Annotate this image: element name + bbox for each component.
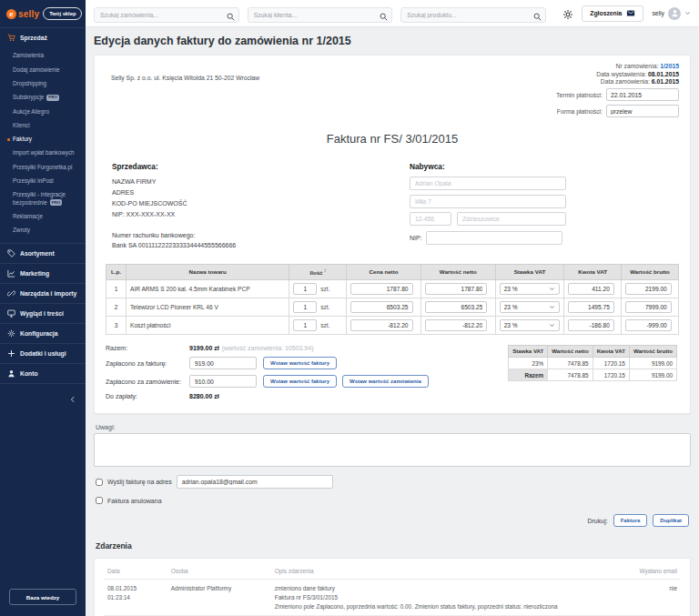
sidebar-section-marketing[interactable]: Marketing xyxy=(0,263,86,283)
item-vat-select[interactable]: 23 % xyxy=(500,319,560,331)
buyer-zip-input[interactable] xyxy=(410,212,451,226)
item-vat-select[interactable]: 23 % xyxy=(500,301,560,313)
sidebar-item-przesyłki-inpost[interactable]: Przesyłki InPost xyxy=(0,175,86,188)
selly-logo-text: selly xyxy=(18,9,39,19)
item-value-net-input[interactable] xyxy=(425,301,487,313)
insert-order-value-button[interactable]: Wstaw wartość zamówienia xyxy=(342,375,429,388)
sidebar-item-dodaj-zamówienie[interactable]: Dodaj zamówienie xyxy=(0,63,86,76)
plus-icon xyxy=(7,349,15,358)
sidebar-item-import-wpłat-bankowych[interactable]: Import wpłat bankowych xyxy=(0,146,86,160)
sidebar-item-faktury[interactable]: Faktury xyxy=(0,133,86,146)
item-value-net-input[interactable] xyxy=(425,283,487,295)
paid-invoice-label: Zapłacono za fakturę: xyxy=(106,360,189,367)
sidebar-item-reklamacje[interactable]: Reklamacje xyxy=(0,210,86,224)
item-price-net-input[interactable] xyxy=(350,283,412,295)
paid-order-label: Zapłacono za zamówienie: xyxy=(106,379,189,385)
chevron-down-icon xyxy=(549,286,555,292)
buyer-name-input[interactable] xyxy=(410,177,566,190)
reports-button[interactable]: Zgłoszenia xyxy=(582,5,643,22)
item-qty-input[interactable] xyxy=(293,301,317,313)
sidebar-item-przesyłki-furgonetka-pl[interactable]: Przesyłki Furgonetka.pl xyxy=(0,160,86,174)
sidebar-item-zwroty[interactable]: Zwroty xyxy=(0,224,86,237)
invoice-cancelled-checkbox[interactable] xyxy=(96,497,103,504)
payment-due-input[interactable] xyxy=(606,88,679,101)
item-name: Telewizor LCD Pioneer KRL 46 V xyxy=(127,298,289,317)
paid-order-input[interactable] xyxy=(189,375,257,389)
search-settings-icon[interactable] xyxy=(562,7,573,19)
payment-method-input[interactable] xyxy=(606,105,679,117)
vat-rate: Razem xyxy=(509,369,548,381)
search-clients-input[interactable] xyxy=(248,7,393,23)
issue-date-value: 08.01.2015 xyxy=(648,71,679,77)
search-products-input[interactable] xyxy=(400,7,546,23)
sidebar-item-aukcje-allegro[interactable]: Aukcje Allegro xyxy=(0,105,86,118)
sidebar-item-klienci[interactable]: Klienci xyxy=(0,118,86,132)
item-value-gross-input[interactable] xyxy=(625,283,672,295)
item-qty-input[interactable] xyxy=(293,283,317,295)
item-name: AIR ARMS S 200 kal. 4.5mm Karabinek PCP xyxy=(127,280,289,298)
search-icon[interactable] xyxy=(533,8,542,16)
item-value-net-input[interactable] xyxy=(425,319,487,331)
item-qty-input[interactable] xyxy=(293,319,317,331)
buyer-street-input[interactable] xyxy=(410,195,566,208)
buyer-nip-input[interactable] xyxy=(426,231,562,245)
vat-summary-row: Razem7478.851720.159199.00 xyxy=(509,369,677,381)
chevron-left-icon xyxy=(69,390,76,398)
notes-textarea[interactable] xyxy=(94,433,691,467)
item-price-net-input[interactable] xyxy=(350,319,412,331)
vat-gross: 9199.00 xyxy=(629,358,676,369)
item-vat-select[interactable]: 23 % xyxy=(500,283,560,295)
sidebar-section-narzędzia-i-importy[interactable]: Narzędzia i importy xyxy=(0,283,86,303)
sidebar-item-przesyłki-integracje-bezpośrednie[interactable]: Przesyłki - integracje bezpośredniePRO xyxy=(0,188,86,210)
items-header-vat-amount: Kwota VAT xyxy=(564,265,622,280)
items-header-value-net: Wartość netto xyxy=(420,265,495,280)
item-vat-amount-input[interactable] xyxy=(568,319,614,331)
order-number-link[interactable]: 1/2015 xyxy=(660,63,679,69)
item-value-gross-input[interactable] xyxy=(625,301,672,313)
order-date-row: Data zamówienia: 6.01.2015 xyxy=(556,78,679,85)
item-price-net-input[interactable] xyxy=(350,301,412,313)
item-value-gross-input[interactable] xyxy=(625,319,672,331)
search-icon[interactable] xyxy=(227,8,235,16)
sidebar-section-sprzedaz[interactable]: Sprzedaż xyxy=(0,27,86,47)
main-content: Edycja danych faktury do zamówienia nr 1… xyxy=(86,27,699,616)
search-orders-input[interactable] xyxy=(94,7,239,23)
sidebar-collapse-button[interactable] xyxy=(0,383,86,413)
send-invoice-checkbox[interactable] xyxy=(96,479,103,486)
buyer-city-input[interactable] xyxy=(457,212,566,226)
topbar: Zgłoszenia selly xyxy=(86,0,699,27)
send-invoice-email-input[interactable] xyxy=(177,475,333,489)
your-shop-button[interactable]: Twój sklep xyxy=(43,7,82,20)
order-number-row: Nr zamówienia: 1/2015 xyxy=(556,63,679,69)
sidebar-section-asortyment[interactable]: Asortyment xyxy=(0,243,86,263)
sidebar-item-subskrypcje[interactable]: SubskrypcjePRO xyxy=(0,91,86,105)
print-invoice-button[interactable]: Faktura xyxy=(613,514,648,527)
insert-invoice-value-button[interactable]: Wstaw wartość faktury xyxy=(263,357,337,369)
sidebar-section-wygląd-i-treści[interactable]: Wygląd i treści xyxy=(0,303,86,323)
sidebar-item-zamówienia[interactable]: Zamówienia xyxy=(0,49,86,63)
sidebar-item-dropshipping[interactable]: Dropshipping xyxy=(0,77,86,91)
seller-bank-details: Numer rachunku bankowego: Bank SA 001111… xyxy=(112,230,410,252)
item-lp: 2 xyxy=(106,298,127,317)
print-duplicate-button[interactable]: Duplikat xyxy=(653,514,689,527)
account-menu[interactable]: selly xyxy=(652,7,691,20)
vat-gross: 9199.00 xyxy=(629,369,676,381)
item-unit: szt. xyxy=(320,304,329,310)
notes-label: Uwagi: xyxy=(94,424,691,430)
sidebar-section-konfiguracja[interactable]: Konfiguracja xyxy=(0,323,86,343)
vat-header-net: Wartość netto xyxy=(548,346,593,358)
order-date-value: 6.01.2015 xyxy=(652,78,679,85)
paid-invoice-input[interactable] xyxy=(189,357,257,370)
knowledge-base-button[interactable]: Baza wiedzy xyxy=(9,589,76,605)
total-value: 9199.00 zł xyxy=(189,345,219,351)
insert-invoice-value-button[interactable]: Wstaw wartość faktury xyxy=(263,375,337,388)
item-vat-amount-input[interactable] xyxy=(568,283,614,295)
selly-logo[interactable]: e selly xyxy=(6,9,39,19)
buyer-nip-label: NIP: xyxy=(410,235,422,241)
item-vat-amount-input[interactable] xyxy=(568,301,614,313)
sidebar-section-dodatki-i-usługi[interactable]: Dodatki i usługi xyxy=(0,343,86,363)
sidebar-section-konto[interactable]: Konto xyxy=(0,363,86,383)
search-icon[interactable] xyxy=(380,8,388,16)
account-name: selly xyxy=(652,10,664,16)
buyer-heading: Nabywca: xyxy=(410,162,679,171)
